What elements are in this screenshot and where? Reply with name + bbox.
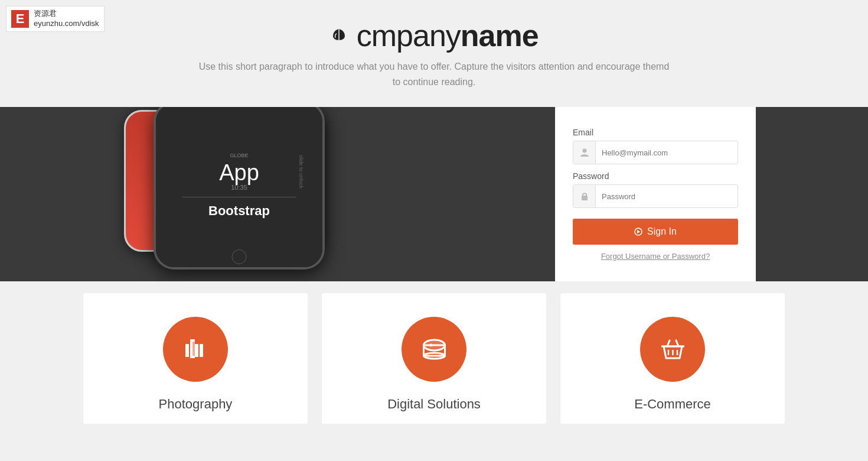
svg-point-1 (582, 149, 586, 153)
password-label: Password (573, 171, 738, 181)
phone-app-label: App (219, 161, 259, 184)
card-photography: Photography (83, 293, 308, 424)
server-icon (418, 333, 451, 366)
svg-marker-4 (637, 230, 640, 233)
watermark: E 资源君 eyunzhu.com/vdisk (6, 6, 105, 32)
basket-icon (657, 333, 689, 366)
ecommerce-icon-circle (640, 317, 705, 382)
phone-home-button (232, 249, 247, 264)
phone-mockup: GLOBE App 10:35 Bootstrap slide to unloc… (47, 107, 461, 281)
digital-title: Digital Solutions (387, 397, 481, 412)
tagline: Use this short paragraph to introduce wh… (198, 59, 670, 89)
logo-text: cmpanyname (329, 18, 538, 53)
photography-icon-circle (163, 317, 228, 382)
cards-section: Photography Digital Solutions (0, 281, 868, 424)
watermark-letter: E (11, 10, 29, 28)
logo: cmpanyname (12, 18, 856, 53)
svg-rect-7 (190, 342, 192, 358)
svg-rect-8 (192, 342, 195, 358)
banner-section: GLOBE App 10:35 Bootstrap slide to unloc… (0, 107, 868, 281)
svg-rect-6 (190, 339, 195, 342)
svg-rect-10 (200, 344, 203, 357)
lock-icon (573, 185, 596, 207)
svg-rect-5 (185, 344, 189, 357)
header: cmpanyname Use this short paragraph to i… (0, 0, 868, 107)
banner-right (756, 107, 868, 281)
email-input[interactable] (596, 144, 738, 162)
ecommerce-title: E-Commerce (634, 397, 711, 412)
sign-in-button[interactable]: Sign In (573, 219, 738, 245)
email-label: Email (573, 128, 738, 137)
password-input-wrap (573, 184, 738, 208)
leaf-icon (331, 29, 347, 41)
svg-rect-9 (195, 344, 198, 357)
card-ecommerce: E-Commerce (560, 293, 785, 424)
logo-middle: mpany (371, 18, 461, 53)
phone-carrier: GLOBE (230, 152, 248, 158)
svg-rect-11 (190, 356, 195, 358)
watermark-text: 资源君 eyunzhu.com/vdisk (34, 9, 99, 29)
phone-slide-text: slide to unlock (298, 155, 304, 189)
banner-image-area: GLOBE App 10:35 Bootstrap slide to unloc… (0, 107, 555, 281)
photography-title: Photography (159, 397, 233, 412)
camera-icon (180, 333, 212, 366)
sign-in-label: Sign In (647, 226, 677, 237)
password-input[interactable] (596, 187, 738, 206)
sign-in-icon (634, 228, 642, 236)
card-digital: Digital Solutions (322, 293, 546, 424)
user-icon (573, 141, 596, 164)
login-panel: Email Password Sign In Forgot Username o… (555, 107, 756, 281)
logo-bold: name (461, 18, 539, 53)
email-input-wrap (573, 141, 738, 164)
forgot-password-area: Forgot Username or Password? (573, 252, 738, 261)
phone-time: 10:35 (231, 184, 247, 191)
phone-front: GLOBE App 10:35 Bootstrap slide to unloc… (154, 107, 325, 270)
phone-bootstrap-label: Bootstrap (208, 203, 270, 219)
forgot-password-link[interactable]: Forgot Username or Password? (601, 252, 710, 261)
digital-icon-circle (402, 317, 466, 382)
logo-prefix: c (357, 18, 371, 53)
svg-point-16 (429, 343, 432, 346)
svg-rect-2 (582, 196, 588, 200)
